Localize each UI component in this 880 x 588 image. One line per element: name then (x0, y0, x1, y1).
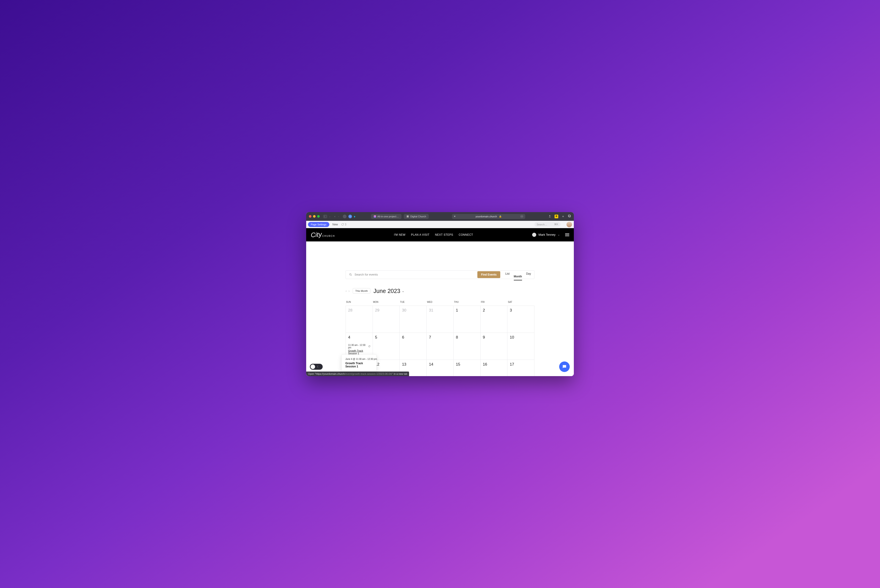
menu-icon[interactable] (565, 233, 569, 236)
dayhdr-wed: WED (426, 299, 454, 306)
back-icon[interactable]: ‹ (334, 214, 335, 218)
logo-script: City (311, 230, 322, 238)
nav-connect[interactable]: CONNECT (459, 233, 473, 236)
event-list: 11:30 am - 12:30 pm Growth Track Session… (348, 344, 370, 355)
event-title[interactable]: Growth Track Session 1 (348, 350, 370, 355)
nav-next-steps[interactable]: NEXT STEPS (435, 233, 453, 236)
view-day[interactable]: Day (526, 272, 531, 277)
calendar: SUN MON TUE WED THU FRI SAT 282930311234… (345, 299, 535, 376)
new-tab-icon[interactable]: ＋ (562, 214, 565, 219)
calendar-cell[interactable]: 1 (454, 306, 481, 333)
events-search-bar: Search for events Find Events List Month… (345, 270, 535, 279)
browser-tab-1[interactable]: All-in-one project… (371, 214, 402, 219)
calendar-cell[interactable]: 28 (346, 306, 373, 333)
events-search-input[interactable]: Search for events (346, 273, 478, 276)
page-settings-button[interactable]: Page Settings (308, 222, 329, 227)
browser-tab-2[interactable]: D Digital Church (404, 214, 429, 219)
extension-icon-1[interactable] (343, 214, 347, 218)
global-search[interactable]: Search… ⌘K (535, 222, 560, 227)
search-icon (349, 273, 352, 276)
user-menu[interactable]: Mark Tenney ⌄ (532, 233, 569, 237)
address-bar[interactable]: ✕ yourdomain.church 🔒 ⋯ (452, 214, 525, 219)
site-logo[interactable]: City CHURCH (311, 231, 335, 238)
chevron-down-icon[interactable]: ⌄ (329, 215, 331, 218)
calendar-cell[interactable]: 17 (508, 360, 535, 376)
sync-count: 3 (345, 223, 347, 226)
extension-r-icon[interactable]: R (554, 214, 558, 218)
calendar-cell[interactable]: 14 (427, 360, 454, 376)
nav-arrows: ‹ › (334, 214, 339, 218)
close-window-icon[interactable] (309, 215, 311, 218)
popover-title[interactable]: Growth Track Session 1 (345, 362, 372, 368)
fullscreen-window-icon[interactable] (317, 215, 320, 218)
address-text: yourdomain.church (476, 215, 497, 218)
day-number: 8 (456, 335, 478, 340)
calendar-cell[interactable]: 29 (373, 306, 400, 333)
month-picker[interactable]: June 2023 ⌄ (374, 288, 404, 294)
nav-im-new[interactable]: I'M NEW (394, 233, 405, 236)
address-bar-wrap: ✕ yourdomain.church 🔒 ⋯ (431, 214, 546, 219)
calendar-cell[interactable]: 9 (481, 333, 508, 360)
day-number: 14 (429, 362, 451, 367)
new-button[interactable]: New (332, 223, 338, 226)
browser-tabs: All-in-one project… D Digital Church (371, 214, 429, 219)
prev-month-icon[interactable]: ‹ (345, 289, 347, 293)
close-tab-icon[interactable]: ✕ (454, 215, 456, 218)
extension-icon-2[interactable] (348, 214, 352, 218)
dayhdr-sat: SAT (508, 299, 535, 306)
day-number: 6 (402, 335, 424, 340)
dark-mode-toggle[interactable]: ☾ (310, 364, 323, 370)
svg-line-5 (351, 275, 352, 276)
month-arrows: ‹ › (345, 289, 350, 293)
share-icon[interactable] (548, 214, 551, 218)
browser-chrome: ⌄ ‹ › ♦ All-in-one project… D Digital Ch… (306, 212, 574, 221)
search-placeholder: Search… (537, 223, 547, 226)
calendar-cell[interactable]: 3 (508, 306, 535, 333)
view-list[interactable]: List (505, 272, 510, 277)
calendar-cell[interactable]: 16 (481, 360, 508, 376)
calendar-cell[interactable]: 411:30 am - 12:30 pm Growth Track Sessio… (346, 333, 373, 360)
search-shortcut: ⌘K (554, 223, 558, 226)
sync-indicator[interactable]: 3 (341, 223, 347, 226)
user-name: Mark Tenney (539, 233, 556, 236)
calendar-cell[interactable]: 6 (399, 333, 427, 360)
dayhdr-thu: THU (454, 299, 481, 306)
day-number: 9 (483, 335, 505, 340)
nav-plan-visit[interactable]: PLAN A VISIT (411, 233, 429, 236)
calendar-cell[interactable]: 31 (427, 306, 454, 333)
this-month-button[interactable]: This Month (353, 288, 370, 294)
extension-icon-3[interactable]: ♦ (354, 214, 356, 218)
page-actions-icon[interactable]: ⋯ (520, 215, 523, 218)
status-pre: Open "https://yourdomain.church (308, 372, 345, 375)
view-month[interactable]: Month (514, 273, 522, 280)
day-number: 1 (456, 308, 478, 313)
site-header: City CHURCH I'M NEW PLAN A VISIT NEXT ST… (306, 228, 574, 242)
svg-point-4 (350, 273, 351, 275)
chevron-down-icon: ⌄ (558, 233, 560, 236)
chat-button[interactable] (559, 362, 570, 372)
page-content: Search for events Find Events List Month… (306, 242, 574, 376)
dayhdr-mon: MON (372, 299, 399, 306)
calendar-cell[interactable]: 15 (454, 360, 481, 376)
user-avatar-small (532, 233, 536, 237)
day-number: 5 (375, 335, 397, 340)
dayhdr-fri: FRI (481, 299, 508, 306)
calendar-cell[interactable]: 30 (399, 306, 427, 333)
next-month-icon[interactable]: › (348, 289, 350, 293)
user-avatar[interactable] (566, 222, 572, 227)
calendar-cell[interactable]: 7 (427, 333, 454, 360)
calendar-cell[interactable]: 2 (481, 306, 508, 333)
tab-overview-icon[interactable] (568, 214, 571, 218)
calendar-cell[interactable]: 8 (454, 333, 481, 360)
sidebar-toggle-icon[interactable] (323, 215, 327, 218)
day-number: 28 (348, 308, 370, 313)
find-events-button[interactable]: Find Events (478, 271, 500, 278)
calendar-day-headers: SUN MON TUE WED THU FRI SAT (345, 299, 535, 306)
minimize-window-icon[interactable] (313, 215, 315, 218)
dayhdr-tue: TUE (399, 299, 426, 306)
day-number: 31 (429, 308, 451, 313)
day-number: 3 (510, 308, 532, 313)
calendar-cell[interactable]: 5 (373, 333, 400, 360)
calendar-cell[interactable]: 10 (508, 333, 535, 360)
forward-icon[interactable]: › (338, 214, 339, 218)
